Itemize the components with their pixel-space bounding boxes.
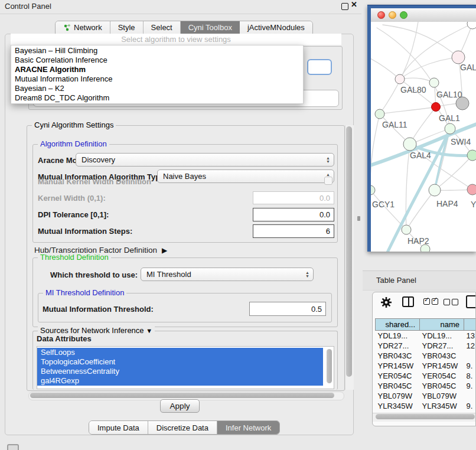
float-window-icon[interactable] xyxy=(341,3,348,10)
bottom-tab-impute-data[interactable]: Impute Data xyxy=(89,421,148,434)
table-row[interactable]: YLR345WYLR345W9. xyxy=(376,401,476,411)
network-node[interactable] xyxy=(467,22,476,29)
mi-threshold-field[interactable]: 0.5 xyxy=(249,302,326,316)
mi-steps-value: 6 xyxy=(326,227,330,236)
collapse-down-icon: ▼ xyxy=(146,327,152,334)
network-edge[interactable] xyxy=(406,190,435,230)
table-row[interactable]: YBL079WYBL079W xyxy=(376,391,476,401)
which-threshold-label: Which threshold to use: xyxy=(50,270,138,279)
network-node[interactable] xyxy=(445,123,455,134)
table-row[interactable]: YBR045CYBR045C9. xyxy=(376,381,476,391)
network-edge[interactable] xyxy=(400,78,434,83)
table-cell: YLR345W xyxy=(420,401,464,411)
network-node-label: HAP2 xyxy=(407,236,429,246)
table-hscrollbar-thumb[interactable] xyxy=(376,414,475,419)
algorithm-option[interactable]: Bayesian – K2 xyxy=(11,84,303,93)
deselect-all-checks-icon[interactable] xyxy=(444,299,458,305)
data-attribute-item[interactable]: SelfLoops xyxy=(37,348,323,357)
focused-combobox-fragment[interactable] xyxy=(307,59,332,75)
network-graph-icon xyxy=(63,24,71,31)
table-toolbar: ✓✓ xyxy=(373,295,475,317)
algorithm-option[interactable]: Dream8 DC_TDC Algorithm xyxy=(11,93,303,103)
tab-jactivemnodules[interactable]: jActiveMNodules xyxy=(240,21,312,34)
panel-corner-button[interactable] xyxy=(7,444,19,450)
tab-select[interactable]: Select xyxy=(144,21,181,34)
settings-vscrollbar-thumb[interactable] xyxy=(346,126,352,377)
gear-icon[interactable] xyxy=(380,296,393,311)
window-zoom-button[interactable] xyxy=(400,11,407,19)
mi-threshold-value: 0.5 xyxy=(311,305,322,314)
tab-network[interactable]: Network xyxy=(56,21,110,34)
mi-steps-field[interactable]: 6 xyxy=(253,224,334,238)
panel-splitter-handle[interactable] xyxy=(357,216,360,221)
sources-legend-label: Sources for Network Inference xyxy=(40,326,144,335)
select-all-checks-icon[interactable]: ✓✓ xyxy=(423,298,438,305)
table-cell xyxy=(464,351,476,361)
tab-label: Select xyxy=(151,23,172,32)
network-node[interactable] xyxy=(395,74,405,84)
aracne-mode-combobox[interactable]: Discovery ▲▼ xyxy=(76,153,334,167)
network-node[interactable] xyxy=(467,184,476,195)
table-row[interactable]: YPR145WYPR145W9. xyxy=(376,361,476,371)
split-columns-icon[interactable] xyxy=(402,296,414,307)
table-row[interactable]: YDR27...YDR27...12 xyxy=(376,341,476,351)
new-table-icon[interactable] xyxy=(466,295,476,308)
mi-threshold-legend: MI Threshold Definition xyxy=(43,288,126,297)
network-window: GALGAL80GAL10GAL1GAL11SWI4GAL4GCY1HAP4YH… xyxy=(367,5,476,252)
algorithm-option[interactable]: Basic Correlation Inference xyxy=(11,56,303,65)
sources-legend[interactable]: Sources for Network Inference ▼ xyxy=(38,326,155,335)
column-header[interactable] xyxy=(464,319,476,331)
window-minimize-button[interactable] xyxy=(389,11,396,19)
network-node[interactable] xyxy=(429,184,441,196)
table-cell: 9. xyxy=(464,381,476,391)
network-node[interactable] xyxy=(403,138,416,151)
tab-cyni-toolbox[interactable]: Cyni Toolbox xyxy=(181,21,240,34)
bottom-tab-discretize-data[interactable]: Discretize Data xyxy=(148,421,217,434)
apply-button[interactable]: Apply xyxy=(160,399,200,413)
table-cell: YDL19... xyxy=(376,331,420,341)
table-row[interactable]: YER054CYER054C8. xyxy=(376,371,476,381)
which-threshold-combobox[interactable]: MI Threshold ▲▼ xyxy=(141,268,314,281)
network-node-label: GAL4 xyxy=(410,151,431,160)
close-icon[interactable]: ✕ xyxy=(351,0,357,9)
dpi-tolerance-field[interactable]: 0.0 xyxy=(253,208,334,221)
table-cell xyxy=(464,391,476,401)
network-node[interactable] xyxy=(402,225,411,234)
network-node[interactable] xyxy=(375,109,384,119)
network-edge[interactable] xyxy=(383,25,458,57)
data-attribute-item[interactable]: TopologicalCoefficient xyxy=(37,357,323,367)
tab-style[interactable]: Style xyxy=(110,21,144,34)
algorithm-option[interactable]: Bayesian – Hill Climbing xyxy=(11,46,303,56)
table-row[interactable]: YBR043CYBR043C xyxy=(376,351,476,361)
network-canvas[interactable]: GALGAL80GAL10GAL1GAL11SWI4GAL4GCY1HAP4YH… xyxy=(371,22,476,252)
data-attribute-item[interactable]: gal4RGexp xyxy=(37,376,323,386)
network-edge[interactable] xyxy=(380,107,436,114)
window-close-button[interactable] xyxy=(377,11,385,19)
network-node[interactable] xyxy=(452,51,465,64)
bottom-tab-infer-network[interactable]: Infer Network xyxy=(217,421,279,434)
settings-hscrollbar-thumb[interactable] xyxy=(30,393,334,398)
cyni-settings-legend: Cyni Algorithm Settings xyxy=(32,120,116,129)
algorithm-option[interactable]: Mutual Information Inference xyxy=(11,74,303,84)
network-edge[interactable] xyxy=(371,114,380,190)
network-node[interactable] xyxy=(371,185,375,195)
network-node-label: GAL11 xyxy=(382,120,407,129)
algorithm-option[interactable]: ARACNE Algorithm xyxy=(11,65,303,74)
kernel-width-field[interactable]: 0.0 xyxy=(253,191,334,204)
network-window-titlebar[interactable] xyxy=(371,8,476,22)
attributes-scrollbar[interactable] xyxy=(327,349,332,383)
algorithm-combobox[interactable]: Select algorithm to view settings xyxy=(11,34,341,45)
mi-steps-label: Mutual Information Steps: xyxy=(38,227,132,236)
network-node[interactable] xyxy=(429,78,439,87)
network-node[interactable] xyxy=(432,103,441,112)
network-node[interactable] xyxy=(467,150,476,161)
screen: Control Panel ✕ Network Style Select Cyn… xyxy=(0,0,476,450)
manual-kernel-checkbox[interactable] xyxy=(324,177,332,185)
network-edge[interactable] xyxy=(371,57,400,79)
data-attribute-item[interactable]: BetweennessCentrality xyxy=(37,367,323,376)
network-edge[interactable] xyxy=(410,107,436,144)
mi-algo-type-combobox[interactable]: Naive Bayes ▲▼ xyxy=(157,169,334,183)
column-header[interactable]: shared... xyxy=(376,319,420,331)
table-row[interactable]: YDL19...YDL19...13 xyxy=(376,331,476,341)
column-header[interactable]: name xyxy=(420,319,464,331)
